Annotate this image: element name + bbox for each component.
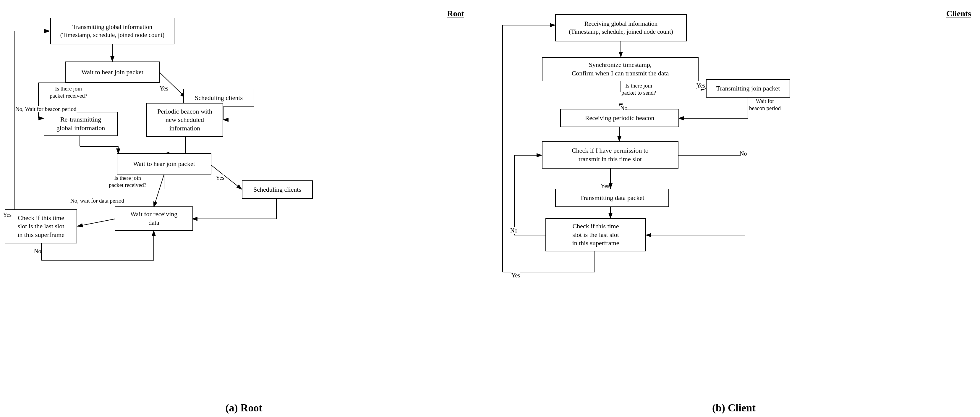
main-container: Root Transmitting global information(Tim…	[0, 0, 980, 417]
right-diagram: Clients Receiving global information(Tim…	[488, 6, 980, 390]
label-yes-last-right: Yes	[511, 272, 520, 279]
box-scheduling2: Scheduling clients	[242, 180, 313, 199]
label-no-wait-data: No, wait for data period	[70, 197, 124, 204]
box-wait-join2: Wait to hear join packet	[117, 153, 212, 175]
box-check-last-slot-right: Check if this timeslot is the last sloti…	[546, 218, 646, 251]
label-wait-beacon: Wait forbeacon period	[749, 98, 781, 112]
box-receive-beacon: Receiving periodic beacon	[560, 109, 679, 127]
label-is-join-right: Is there joinpacket to send?	[621, 82, 656, 96]
box-periodic-beacon: Periodic beacon withnew scheduledinforma…	[146, 103, 223, 137]
box-wait-join1: Wait to hear join packet	[65, 62, 160, 83]
label-no-left: No	[34, 248, 41, 255]
label-yes-left: Yes	[3, 212, 11, 218]
box-transmit-data: Transmitting data packet	[555, 189, 669, 207]
right-title: Clients	[946, 9, 971, 18]
label-no-wait-beacon: No, Wait for beacon period	[15, 106, 76, 112]
svg-line-18	[154, 175, 164, 207]
box-check-last-slot-left: Check if this timeslot is the last sloti…	[5, 209, 77, 244]
box-wait-receive: Wait for receivingdata	[115, 207, 193, 231]
label-no-last-right: No	[510, 227, 517, 234]
label-no-join: No	[620, 105, 627, 111]
box-transmit-join: Transmitting join packet	[706, 79, 790, 98]
left-title: Root	[447, 9, 464, 18]
box-check-permission: Check if I have permission totransmit in…	[542, 142, 678, 169]
caption-right: (b) Client	[712, 402, 756, 414]
label-yes1: Yes	[160, 85, 168, 92]
box-sync-timestamp: Synchronize timestamp,Confirm when I can…	[542, 57, 698, 81]
label-no-permission: No	[740, 150, 747, 157]
label-is-join2: Is there joinpacket received?	[109, 175, 146, 189]
label-is-join1: Is there joinpacket received?	[50, 85, 87, 99]
box-retransmit: Re-transmittingglobal information	[44, 112, 118, 136]
label-yes2: Yes	[216, 175, 224, 181]
caption-left: (a) Root	[226, 402, 262, 414]
label-yes-join: Yes	[697, 82, 705, 89]
left-diagram: Root Transmitting global information(Tim…	[0, 6, 488, 390]
svg-line-21	[78, 219, 115, 226]
label-yes-permission: Yes	[601, 183, 609, 189]
box-receive-global: Receiving global information(Timestamp, …	[555, 14, 687, 41]
svg-line-17	[210, 164, 242, 189]
box-transmit-global-left: Transmitting global information(Timestam…	[50, 18, 174, 45]
